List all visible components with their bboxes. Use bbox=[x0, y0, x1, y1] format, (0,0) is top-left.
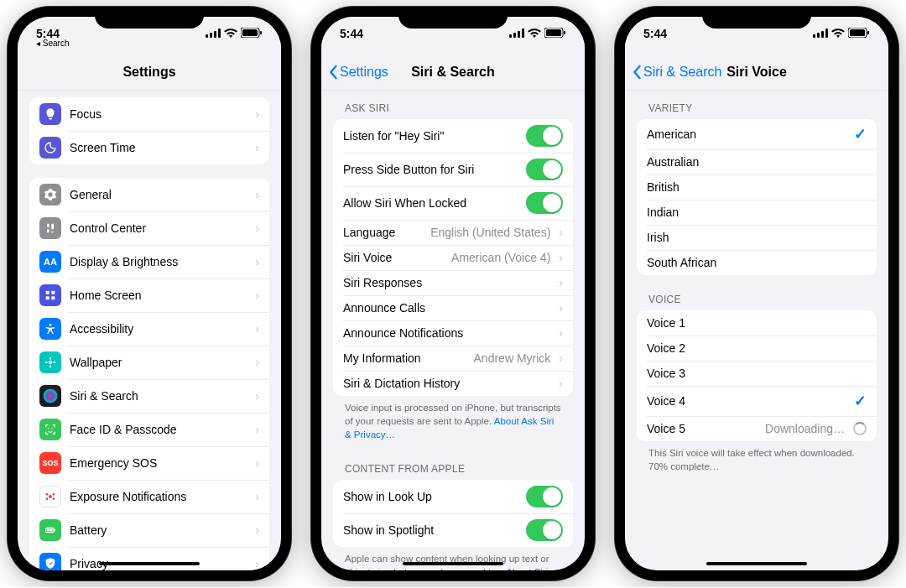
settings-row[interactable]: Accessibility› bbox=[29, 312, 269, 346]
settings-row[interactable]: Wallpaper› bbox=[29, 346, 269, 379]
home-indicator[interactable] bbox=[99, 562, 200, 565]
status-icons bbox=[813, 27, 870, 40]
option-row[interactable]: South African bbox=[637, 250, 877, 275]
row-label: Press Side Button for Siri bbox=[343, 163, 518, 176]
status-time: 5:44 bbox=[340, 27, 363, 40]
status-time: 5:44 bbox=[643, 27, 667, 40]
wifi-icon bbox=[528, 27, 541, 40]
svg-rect-27 bbox=[509, 34, 512, 38]
cell-signal-icon bbox=[509, 27, 524, 40]
svg-rect-40 bbox=[867, 31, 869, 34]
settings-row[interactable]: Privacy› bbox=[29, 547, 269, 570]
phone-mock-settings: 5:44 ◂ Search Settings Focus›Screen Time… bbox=[8, 7, 291, 580]
row-label: Siri Responses bbox=[343, 276, 550, 289]
option-row[interactable]: Voice 5Downloading… bbox=[637, 416, 877, 441]
settings-row[interactable]: Siri & Search› bbox=[29, 379, 269, 413]
settings-row[interactable]: General› bbox=[29, 178, 269, 211]
settings-row[interactable]: My InformationAndrew Myrick› bbox=[333, 346, 573, 371]
option-row[interactable]: Voice 2 bbox=[637, 336, 877, 361]
settings-list[interactable]: Focus›Screen Time›General›Control Center… bbox=[18, 91, 281, 570]
screen: 5:44 Siri & Search Siri Voice VARIETYAme… bbox=[625, 17, 888, 570]
footer-link[interactable]: About Siri Suggestions, Search & Privacy… bbox=[345, 567, 548, 570]
svg-point-11 bbox=[49, 324, 52, 326]
svg-rect-7 bbox=[46, 291, 49, 294]
screentime-icon bbox=[39, 137, 61, 159]
chevron-right-icon: › bbox=[559, 276, 563, 289]
settings-row[interactable]: Home Screen› bbox=[29, 278, 269, 312]
option-row[interactable]: Indian bbox=[637, 200, 877, 225]
option-row[interactable]: Irish bbox=[637, 225, 877, 250]
settings-row[interactable]: Siri Responses› bbox=[333, 270, 573, 295]
option-row[interactable]: Voice 4✓ bbox=[637, 386, 877, 416]
home-indicator[interactable] bbox=[706, 562, 807, 565]
settings-row[interactable]: AADisplay & Brightness› bbox=[29, 245, 269, 278]
settings-row[interactable]: Screen Time› bbox=[29, 131, 269, 164]
svg-rect-33 bbox=[564, 31, 565, 34]
settings-row[interactable]: Face ID & Passcode› bbox=[29, 413, 269, 446]
phone-mock-siri-voice: 5:44 Siri & Search Siri Voice VARIETYAme… bbox=[615, 7, 898, 580]
option-row[interactable]: British bbox=[637, 174, 877, 200]
settings-row[interactable]: Allow Siri When Locked bbox=[333, 186, 573, 220]
toggle-switch[interactable] bbox=[526, 125, 563, 147]
general-icon bbox=[39, 184, 61, 206]
settings-row[interactable]: Announce Notifications› bbox=[333, 320, 573, 346]
back-button[interactable]: Siri & Search bbox=[632, 54, 721, 90]
settings-row[interactable]: Focus› bbox=[29, 97, 269, 131]
section-footer: This Siri voice will take effect when do… bbox=[637, 441, 877, 476]
settings-row[interactable]: Siri & Dictation History› bbox=[333, 371, 573, 396]
settings-row[interactable]: Battery› bbox=[29, 513, 269, 547]
svg-rect-32 bbox=[546, 29, 561, 36]
row-label: Australian bbox=[647, 155, 867, 169]
settings-row[interactable]: Siri VoiceAmerican (Voice 4)› bbox=[333, 245, 573, 270]
settings-row[interactable]: Show in Look Up bbox=[333, 480, 573, 513]
chevron-right-icon: › bbox=[559, 301, 563, 315]
toggle-switch[interactable] bbox=[526, 192, 563, 214]
notch bbox=[398, 7, 508, 29]
svg-rect-34 bbox=[813, 34, 815, 38]
row-value: Andrew Myrick bbox=[474, 351, 551, 365]
option-row[interactable]: Voice 1 bbox=[637, 310, 877, 336]
home-indicator[interactable] bbox=[403, 562, 503, 565]
row-label: Voice 2 bbox=[647, 341, 867, 355]
settings-row[interactable]: Control Center› bbox=[29, 211, 269, 245]
svg-point-20 bbox=[53, 497, 55, 500]
toggle-switch[interactable] bbox=[526, 486, 563, 507]
settings-row[interactable]: Show in Spotlight bbox=[333, 513, 573, 547]
svg-rect-22 bbox=[47, 529, 53, 532]
row-value: American (Voice 4) bbox=[451, 251, 550, 264]
settings-row[interactable]: Listen for "Hey Siri" bbox=[333, 119, 573, 153]
option-row[interactable]: Voice 3 bbox=[637, 361, 877, 386]
footer-link[interactable]: About Ask Siri & Privacy… bbox=[345, 416, 554, 440]
settings-row[interactable]: Press Side Button for Siri bbox=[333, 153, 573, 186]
row-label: Announce Calls bbox=[343, 301, 550, 315]
row-label: Voice 1 bbox=[647, 316, 867, 330]
svg-point-15 bbox=[51, 428, 52, 429]
display-icon: AA bbox=[39, 251, 61, 273]
battery-icon bbox=[241, 27, 263, 40]
row-label: British bbox=[647, 180, 867, 194]
siri-voice-list[interactable]: VARIETYAmerican✓AustralianBritishIndianI… bbox=[625, 91, 888, 570]
settings-row[interactable]: Announce Calls› bbox=[333, 295, 573, 320]
back-label: Settings bbox=[340, 65, 388, 80]
svg-point-14 bbox=[48, 428, 49, 429]
chevron-right-icon: › bbox=[559, 377, 563, 390]
toggle-switch[interactable] bbox=[526, 159, 563, 180]
row-label: Emergency SOS bbox=[70, 456, 247, 470]
settings-row[interactable]: Exposure Notifications› bbox=[29, 480, 269, 513]
option-row[interactable]: Australian bbox=[637, 149, 877, 174]
status-breadcrumb-search[interactable]: ◂ Search bbox=[36, 39, 69, 48]
toggle-switch[interactable] bbox=[526, 519, 563, 541]
svg-point-17 bbox=[46, 493, 49, 496]
row-label: Siri & Search bbox=[70, 389, 247, 403]
row-label: Indian bbox=[647, 206, 867, 219]
row-label: General bbox=[70, 188, 247, 201]
row-label: Display & Brightness bbox=[70, 255, 247, 268]
settings-row[interactable]: LanguageEnglish (United States)› bbox=[333, 220, 573, 245]
settings-row[interactable]: SOSEmergency SOS› bbox=[29, 446, 269, 480]
chevron-right-icon: › bbox=[255, 221, 259, 235]
back-button[interactable]: Settings bbox=[328, 54, 388, 90]
option-row[interactable]: American✓ bbox=[637, 119, 877, 149]
svg-rect-35 bbox=[817, 33, 820, 38]
wifi-icon bbox=[224, 27, 237, 40]
siri-search-list[interactable]: ASK SIRIListen for "Hey Siri"Press Side … bbox=[321, 91, 585, 570]
